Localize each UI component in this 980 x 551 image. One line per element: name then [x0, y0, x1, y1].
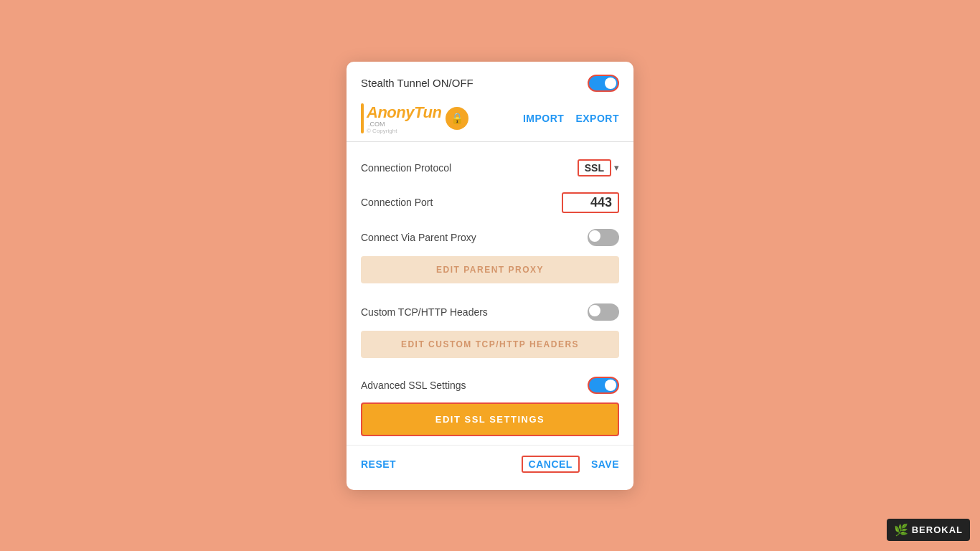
- advanced-ssl-label: Advanced SSL Settings: [361, 380, 466, 391]
- parent-proxy-toggle[interactable]: [588, 229, 619, 246]
- advanced-ssl-toggle[interactable]: [588, 377, 619, 394]
- berokal-logo-icon: 🌿: [894, 523, 909, 537]
- connection-port-input[interactable]: [562, 192, 619, 213]
- edit-custom-headers-button[interactable]: EDIT CUSTOM TCP/HTTP HEADERS: [361, 331, 619, 358]
- parent-proxy-label: Connect Via Parent Proxy: [361, 232, 476, 243]
- edit-parent-proxy-button[interactable]: EDIT PARENT PROXY: [361, 256, 619, 283]
- parent-proxy-row: Connect Via Parent Proxy: [361, 219, 619, 252]
- stealth-tunnel-label: Stealth Tunnel ON/OFF: [361, 77, 473, 89]
- logo-text-block: AnonyTun .COM © Copyright: [367, 103, 441, 134]
- advanced-ssl-row: Advanced SSL Settings: [361, 368, 619, 398]
- stealth-tunnel-toggle[interactable]: [588, 75, 619, 92]
- connection-port-row: Connection Port: [361, 182, 619, 219]
- logo-tun: Tun: [414, 103, 441, 121]
- edit-ssl-settings-button[interactable]: EDIT SSL SETTINGS: [361, 402, 619, 436]
- protocol-select-area[interactable]: SSL ▾: [578, 159, 619, 176]
- logo-main-text: AnonyTun: [367, 103, 441, 122]
- footer-right: CANCEL SAVE: [522, 456, 619, 473]
- logo-anony: Anony: [367, 103, 414, 121]
- save-button[interactable]: SAVE: [591, 456, 619, 473]
- logo-area: AnonyTun .COM © Copyright 🔒: [361, 103, 516, 134]
- import-button[interactable]: IMPORT: [523, 113, 564, 124]
- berokal-text: BEROKAL: [912, 524, 963, 535]
- logo-lock-icon: 🔒: [446, 107, 468, 130]
- custom-headers-row: Custom TCP/HTTP Headers: [361, 293, 619, 326]
- connection-port-label: Connection Port: [361, 197, 433, 208]
- logo-bar-icon: [361, 103, 364, 133]
- export-button[interactable]: EXPORT: [575, 113, 619, 124]
- custom-headers-toggle[interactable]: [588, 303, 619, 321]
- import-export-buttons: IMPORT EXPORT: [523, 113, 619, 124]
- logo-dotcom: .COM: [367, 121, 441, 128]
- stealth-tunnel-row: Stealth Tunnel ON/OFF: [347, 62, 633, 99]
- protocol-value: SSL: [578, 159, 611, 176]
- logo-copyright: © Copyright: [367, 128, 441, 134]
- footer-left: RESET: [361, 458, 396, 470]
- reset-button[interactable]: RESET: [361, 458, 396, 470]
- dropdown-arrow-icon: ▾: [614, 162, 619, 173]
- connection-protocol-label: Connection Protocol: [361, 162, 451, 174]
- connection-protocol-row: Connection Protocol SSL ▾: [361, 149, 619, 182]
- logo-import-export-row: AnonyTun .COM © Copyright 🔒 IMPORT EXPOR…: [347, 99, 633, 142]
- cancel-button[interactable]: CANCEL: [522, 456, 580, 473]
- berokal-badge: 🌿 BEROKAL: [887, 519, 970, 541]
- port-input-area: [562, 192, 619, 213]
- footer-buttons: RESET CANCEL SAVE: [347, 446, 633, 476]
- custom-headers-label: Custom TCP/HTTP Headers: [361, 306, 488, 318]
- settings-rows: Connection Protocol SSL ▾ Connection Por…: [347, 142, 633, 441]
- dialog-card: Stealth Tunnel ON/OFF AnonyTun .COM © Co…: [347, 62, 633, 490]
